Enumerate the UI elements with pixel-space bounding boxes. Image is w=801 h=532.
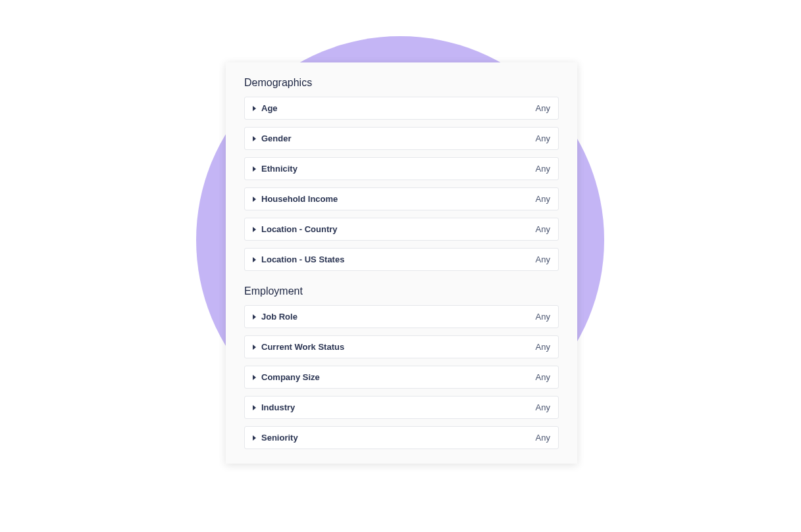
filter-value-ethnicity: Any xyxy=(536,164,550,174)
filter-label-location-us-states: Location - US States xyxy=(261,254,344,264)
filter-row-location-us-states[interactable]: Location - US StatesAny xyxy=(244,248,559,271)
caret-right-icon xyxy=(253,106,256,111)
filter-label-location-country: Location - Country xyxy=(261,224,338,234)
filter-row-left: Current Work Status xyxy=(253,342,344,352)
filter-row-left: Seniority xyxy=(253,433,298,443)
filter-value-location-country: Any xyxy=(536,224,550,234)
section-title-employment: Employment xyxy=(244,285,559,297)
caret-right-icon xyxy=(253,314,256,320)
filter-value-age: Any xyxy=(536,103,550,113)
filter-row-left: Household Income xyxy=(253,194,338,204)
filter-label-gender: Gender xyxy=(261,133,292,143)
filter-label-company-size: Company Size xyxy=(261,372,320,382)
filter-value-current-work-status: Any xyxy=(536,342,550,352)
filter-value-industry: Any xyxy=(536,402,550,412)
filter-row-left: Location - US States xyxy=(253,254,344,264)
caret-right-icon xyxy=(253,227,256,232)
filter-row-ethnicity[interactable]: EthnicityAny xyxy=(244,157,559,180)
filter-value-job-role: Any xyxy=(536,312,550,322)
filter-label-ethnicity: Ethnicity xyxy=(261,164,297,174)
caret-right-icon xyxy=(253,345,256,350)
caret-right-icon xyxy=(253,166,256,172)
filter-group-demographics: AgeAnyGenderAnyEthnicityAnyHousehold Inc… xyxy=(244,97,559,271)
filter-row-left: Location - Country xyxy=(253,224,338,234)
filter-row-location-country[interactable]: Location - CountryAny xyxy=(244,218,559,241)
filter-row-left: Job Role xyxy=(253,312,297,322)
filter-row-left: Company Size xyxy=(253,372,320,382)
filter-value-company-size: Any xyxy=(536,372,550,382)
filter-row-household-income[interactable]: Household IncomeAny xyxy=(244,187,559,210)
filter-row-left: Gender xyxy=(253,133,292,143)
filter-row-industry[interactable]: IndustryAny xyxy=(244,396,559,419)
filter-value-location-us-states: Any xyxy=(536,254,550,264)
filter-row-seniority[interactable]: SeniorityAny xyxy=(244,426,559,449)
caret-right-icon xyxy=(253,197,256,202)
filter-value-seniority: Any xyxy=(536,433,550,443)
filter-row-gender[interactable]: GenderAny xyxy=(244,127,559,150)
caret-right-icon xyxy=(253,257,256,262)
filter-label-job-role: Job Role xyxy=(261,312,297,322)
filter-value-household-income: Any xyxy=(536,194,550,204)
filter-row-current-work-status[interactable]: Current Work StatusAny xyxy=(244,335,559,358)
filter-label-current-work-status: Current Work Status xyxy=(261,342,344,352)
filter-row-job-role[interactable]: Job RoleAny xyxy=(244,305,559,328)
section-title-demographics: Demographics xyxy=(244,77,559,89)
caret-right-icon xyxy=(253,435,256,441)
filter-row-age[interactable]: AgeAny xyxy=(244,97,559,120)
filter-group-employment: Job RoleAnyCurrent Work StatusAnyCompany… xyxy=(244,305,559,449)
filters-panel: DemographicsAgeAnyGenderAnyEthnicityAnyH… xyxy=(226,62,577,464)
filter-row-left: Ethnicity xyxy=(253,164,297,174)
caret-right-icon xyxy=(253,405,256,410)
filter-label-household-income: Household Income xyxy=(261,194,338,204)
caret-right-icon xyxy=(253,375,256,380)
filter-label-seniority: Seniority xyxy=(261,433,298,443)
caret-right-icon xyxy=(253,136,256,141)
filter-value-gender: Any xyxy=(536,133,550,143)
filter-row-company-size[interactable]: Company SizeAny xyxy=(244,366,559,389)
filter-label-age: Age xyxy=(261,103,278,113)
filter-label-industry: Industry xyxy=(261,402,295,412)
filter-row-left: Industry xyxy=(253,402,295,412)
filter-row-left: Age xyxy=(253,103,278,113)
